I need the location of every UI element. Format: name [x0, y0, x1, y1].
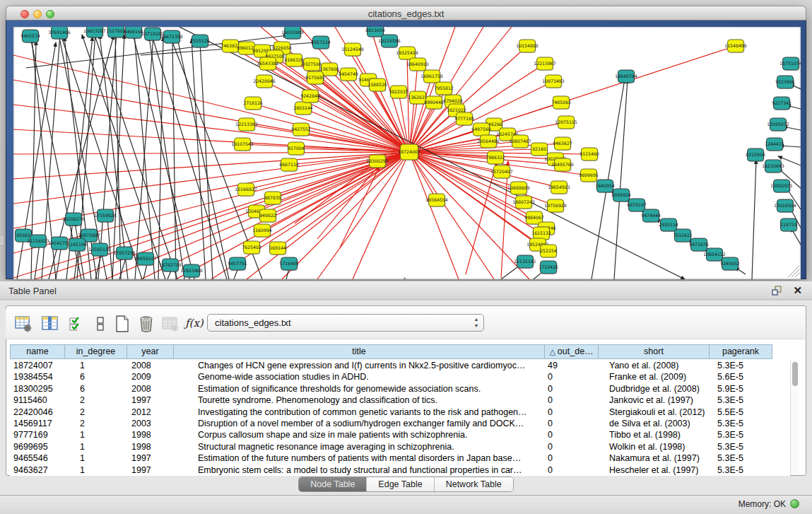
graph-node[interactable]: 9327508 [302, 58, 322, 71]
graph-node[interactable]: 8938924 [611, 189, 631, 202]
graph-node[interactable]: 15135141 [514, 255, 536, 269]
create-column-icon[interactable] [113, 315, 131, 333]
table-row[interactable]: 1456911722003Disruption of a novel membe… [10, 418, 790, 429]
graph-node[interactable]: 1640954 [595, 180, 615, 193]
graph-node[interactable]: 7625402 [242, 241, 261, 255]
graph-node[interactable]: 1145194 [67, 238, 87, 252]
graph-node[interactable]: 9699695 [579, 169, 599, 182]
tab-edge-table[interactable]: Edge Table [367, 477, 434, 491]
graph-node[interactable]: 16782759 [159, 259, 182, 272]
show-columns-icon[interactable] [41, 315, 59, 333]
graph-node[interactable]: 12923468 [180, 264, 203, 278]
graph-node[interactable]: 16961758 [420, 70, 443, 83]
graph-node[interactable]: 17016504 [774, 199, 796, 213]
network-canvas[interactable]: 1872400774638228960123891295482260589827… [13, 27, 801, 279]
graph-node[interactable]: 8427552 [291, 123, 311, 136]
graph-node[interactable]: 9457791 [228, 257, 247, 271]
graph-node[interactable]: 9463627 [553, 137, 572, 151]
graph-node[interactable]: 12505135 [88, 243, 111, 257]
graph-node[interactable]: 22420046 [253, 75, 276, 88]
column-header-title[interactable]: title [173, 344, 544, 359]
graph-node[interactable]: 9175685 [305, 71, 325, 85]
graph-node[interactable]: 12095872 [767, 118, 789, 132]
graph-node[interactable]: 1527602 [106, 27, 126, 38]
graph-node[interactable]: 6497568 [471, 123, 491, 136]
float-window-icon[interactable] [771, 285, 782, 296]
column-header-out_de[interactable]: △out_de… [544, 344, 598, 359]
graph-node[interactable]: 9523966 [775, 76, 795, 89]
graph-node[interactable]: 16033809 [281, 27, 304, 40]
graph-node[interactable]: 18107543 [231, 138, 254, 151]
graph-node[interactable]: 19384554 [425, 194, 448, 207]
table-row[interactable]: 2242004622012Investigating the contribut… [10, 407, 790, 418]
graph-node[interactable]: 1160994 [252, 224, 272, 238]
graph-node[interactable]: 16495768 [551, 158, 574, 172]
graph-node[interactable]: 19654923 [548, 181, 570, 194]
graph-node[interactable]: 1588520 [367, 78, 387, 92]
close-panel-icon[interactable]: ✕ [793, 284, 802, 297]
graph-node[interactable]: 12213383 [235, 118, 258, 132]
graph-node[interactable]: 1733426 [539, 261, 558, 274]
graph-node[interactable]: 11548498 [724, 40, 747, 53]
graph-node[interactable]: 20206576 [62, 213, 85, 226]
graph-node[interactable]: 917004 [288, 142, 305, 156]
graph-node[interactable]: 3822037 [389, 86, 408, 99]
graph-node[interactable]: 9777169 [454, 112, 474, 126]
table-mode-icon[interactable] [14, 315, 33, 333]
table-row[interactable]: 946362711997Embryonic stem cells: a mode… [10, 465, 790, 476]
graph-node[interactable]: 16210643 [762, 160, 784, 173]
graph-node[interactable]: 8215958 [746, 148, 765, 162]
graph-node[interactable]: 16648784 [615, 70, 637, 83]
graph-node[interactable]: 10688609 [507, 182, 530, 195]
column-header-in_degree[interactable]: in_degree [64, 344, 126, 359]
graph-node[interactable]: 9115460 [579, 148, 599, 161]
graph-node[interactable]: 2718126 [243, 97, 263, 110]
column-header-short[interactable]: short [598, 344, 709, 359]
graph-node[interactable]: 17957253 [113, 247, 136, 260]
graph-node[interactable]: 8454749 [339, 68, 358, 81]
graph-node[interactable]: 10653287 [83, 27, 106, 38]
table-row[interactable]: 969969511998Structural magnetic resonanc… [10, 441, 790, 452]
tab-network-table[interactable]: Network Table [435, 477, 513, 491]
graph-node[interactable]: 15992971 [770, 180, 793, 193]
graph-node[interactable]: 7986322 [486, 151, 505, 165]
graph-node[interactable]: 118753 [780, 218, 797, 232]
graph-node[interactable]: 8667110 [279, 158, 299, 172]
graph-node[interactable]: 949822 [259, 209, 276, 223]
graph-node[interactable]: 18300295 [366, 155, 389, 168]
collapsed-panel-handle[interactable] [0, 235, 4, 246]
graph-node[interactable]: 8186328 [284, 54, 304, 67]
graph-node[interactable]: 2803144 [293, 102, 313, 115]
graph-node[interactable]: 9242848 [300, 90, 320, 103]
table-row[interactable]: 1830029562008Estimation of significance … [10, 383, 790, 395]
graph-node[interactable]: 12213967 [534, 57, 556, 71]
toggle-panel-icon[interactable] [92, 315, 110, 333]
graph-node[interactable]: 19218586 [378, 35, 401, 48]
graph-node[interactable]: 6466160 [124, 27, 143, 39]
graph-node[interactable]: 7632621 [673, 229, 693, 243]
graph-node[interactable]: 10807487 [509, 135, 531, 148]
graph-node[interactable]: 16671358 [160, 30, 183, 44]
table-row[interactable]: 1938455462009Genome-wide association stu… [10, 371, 790, 382]
graph-node[interactable]: 169144 [269, 242, 286, 255]
column-header-pagerank[interactable]: pagerank [709, 344, 772, 359]
graph-node[interactable]: 15166827 [235, 183, 257, 197]
table-row[interactable]: 977716911998Corpus callosum shape and si… [10, 429, 790, 440]
graph-node[interactable]: 9245652 [720, 257, 740, 271]
graph-node[interactable]: 9227342 [772, 97, 792, 110]
graph-node[interactable]: 10154808 [516, 40, 539, 53]
table-selector-dropdown[interactable]: citations_edges.txt ▲▼ [207, 314, 484, 332]
graph-node[interactable]: 19756928 [544, 199, 567, 213]
graph-node[interactable]: 20564486 [477, 135, 500, 148]
table-row[interactable]: 946554611997Estimation of the future num… [10, 452, 790, 464]
column-header-year[interactable]: year [126, 344, 173, 359]
graph-node[interactable]: 1244415 [765, 138, 784, 151]
delete-column-icon[interactable] [137, 315, 155, 333]
graph-node[interactable]: 7485063 [551, 96, 571, 110]
function-builder-icon[interactable]: ƒ(x) [185, 317, 204, 335]
graph-node[interactable]: 5716485 [279, 257, 299, 271]
graph-node[interactable]: 16958107 [134, 252, 157, 266]
canvas-resize-grip[interactable] [788, 266, 799, 277]
graph-node[interactable]: 82160 [531, 143, 548, 156]
tab-node-table[interactable]: Node Table [299, 477, 367, 491]
